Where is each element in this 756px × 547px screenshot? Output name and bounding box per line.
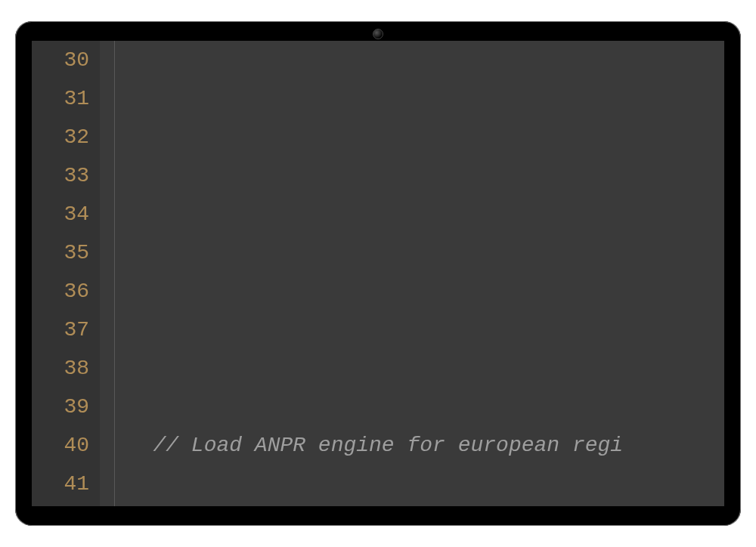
line-number: 37 bbox=[32, 311, 89, 349]
line-number: 38 bbox=[32, 349, 89, 388]
line-number: 34 bbox=[32, 195, 89, 233]
comment-token: // Load ANPR engine for european regi bbox=[153, 434, 623, 457]
line-number: 30 bbox=[32, 41, 89, 79]
line-number: 40 bbox=[32, 426, 89, 465]
code-line: // Load ANPR engine for european regi bbox=[115, 426, 724, 465]
line-number: 39 bbox=[32, 388, 89, 426]
line-number: 35 bbox=[32, 233, 89, 272]
line-number: 31 bbox=[32, 79, 89, 118]
line-number: 36 bbox=[32, 272, 89, 311]
code-line bbox=[115, 272, 724, 311]
screen: 30 31 32 33 34 35 36 37 38 39 40 41 bbox=[32, 41, 724, 506]
tablet-device-frame: 30 31 32 33 34 35 36 37 38 39 40 41 bbox=[15, 21, 741, 526]
line-number: 41 bbox=[32, 465, 89, 503]
line-number: 32 bbox=[32, 118, 89, 156]
line-number-gutter: 30 31 32 33 34 35 36 37 38 39 40 41 bbox=[32, 41, 100, 506]
code-editor: 30 31 32 33 34 35 36 37 38 39 40 41 bbox=[32, 41, 724, 506]
tablet-camera bbox=[373, 29, 383, 39]
line-number: 33 bbox=[32, 156, 89, 195]
code-content[interactable]: // Load ANPR engine for european regi cm… bbox=[100, 41, 724, 506]
